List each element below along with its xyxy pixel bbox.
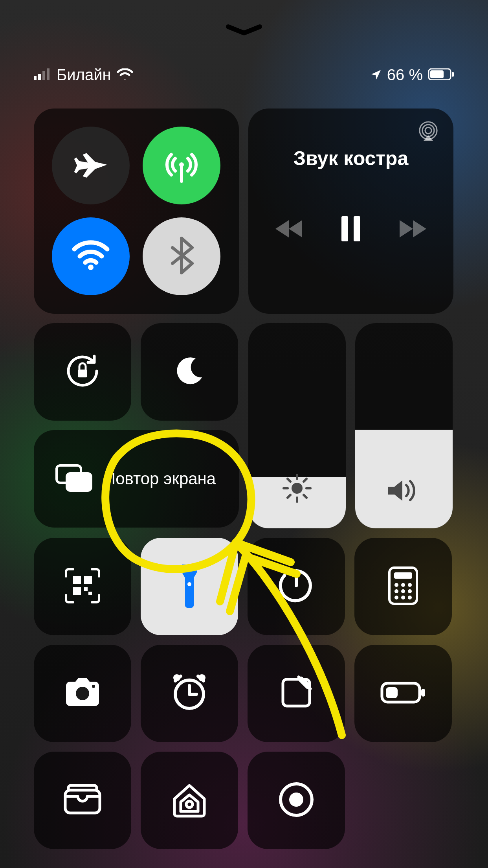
svg-rect-2 [42,71,45,80]
status-bar: Билайн 66 % [0,66,488,84]
svg-point-10 [425,127,431,134]
svg-rect-55 [421,689,425,697]
low-power-mode-button[interactable] [354,645,452,742]
svg-point-33 [187,582,191,586]
svg-rect-28 [84,576,92,584]
svg-point-18 [292,483,303,494]
svg-point-11 [422,125,434,136]
media-panel[interactable]: Звук костра [248,108,453,314]
battery-icon [428,66,454,84]
airplay-icon[interactable] [417,121,439,145]
qr-code-icon [64,568,101,605]
brightness-slider[interactable] [248,323,346,528]
notes-button[interactable] [248,645,345,742]
svg-rect-32 [182,569,197,571]
svg-line-26 [304,479,306,482]
do-not-disturb-button[interactable] [141,323,238,421]
previous-track-button[interactable] [275,219,304,241]
screen-mirroring-label: Повтор экрана [104,469,216,489]
play-pause-button[interactable] [340,216,362,243]
svg-rect-6 [452,72,454,77]
wallet-button[interactable] [34,752,131,849]
screen-mirroring-icon [55,464,93,494]
connectivity-panel[interactable] [34,108,239,314]
screen-mirroring-button[interactable]: Повтор экрана [34,430,239,528]
svg-line-25 [288,495,290,498]
carrier-label: Билайн [57,66,111,84]
svg-rect-3 [47,68,50,80]
svg-line-24 [304,495,306,498]
alarm-button[interactable] [141,645,238,742]
svg-point-58 [186,801,193,807]
svg-rect-31 [88,592,92,595]
svg-point-40 [394,589,398,593]
svg-point-46 [76,687,89,700]
screen-record-button[interactable] [248,752,345,849]
svg-point-51 [173,674,180,681]
svg-point-43 [394,596,398,600]
camera-icon [61,676,104,711]
svg-rect-56 [386,687,398,698]
svg-point-45 [408,596,412,600]
qr-scanner-button[interactable] [34,538,131,635]
svg-rect-5 [430,70,444,78]
svg-rect-14 [354,216,360,241]
location-icon [371,66,382,84]
svg-rect-27 [73,576,81,584]
volume-slider[interactable] [355,323,453,528]
svg-point-44 [401,596,405,600]
camera-button[interactable] [34,645,131,742]
battery-percent-label: 66 % [387,66,423,84]
home-icon [170,780,209,821]
calculator-icon [388,566,418,607]
timer-icon [277,567,315,606]
svg-rect-13 [341,216,348,241]
flashlight-button[interactable] [141,538,238,635]
airplane-mode-button[interactable] [52,127,130,204]
brightness-icon [281,472,314,506]
cellular-data-button[interactable] [143,127,220,204]
svg-rect-29 [73,587,81,595]
svg-rect-0 [34,76,37,80]
alarm-clock-icon [169,672,210,715]
flashlight-icon [179,562,200,611]
orientation-lock-button[interactable] [34,323,131,421]
cellular-signal-icon [34,66,51,84]
bluetooth-button[interactable] [143,217,220,295]
wifi-icon [117,66,133,84]
battery-icon [380,681,426,706]
svg-point-52 [198,674,205,681]
wallet-icon [62,783,103,818]
calculator-button[interactable] [354,538,452,635]
svg-point-47 [92,685,95,688]
svg-rect-15 [78,370,87,377]
cellular-antenna-icon [162,145,201,186]
record-icon [277,781,315,820]
bluetooth-icon [169,237,194,276]
svg-point-38 [401,583,405,587]
svg-line-23 [288,479,290,482]
next-track-button[interactable] [398,219,426,241]
svg-rect-1 [38,74,41,80]
media-title: Звук костра [294,147,408,170]
orientation-lock-icon [62,351,103,393]
wifi-icon [71,240,110,273]
svg-rect-36 [394,572,412,579]
note-icon [279,675,314,712]
airplane-icon [73,147,109,184]
svg-point-60 [289,793,303,807]
svg-point-37 [394,583,398,587]
collapse-chevron-icon[interactable] [225,23,263,39]
svg-point-41 [401,589,405,593]
svg-rect-17 [67,473,91,491]
timer-button[interactable] [248,538,345,635]
volume-icon [386,476,422,506]
home-button[interactable] [141,752,238,849]
wifi-button[interactable] [52,217,130,295]
svg-rect-30 [84,587,88,591]
moon-icon [172,354,207,390]
svg-point-9 [88,265,94,270]
svg-point-42 [408,589,412,593]
svg-point-39 [408,583,412,587]
